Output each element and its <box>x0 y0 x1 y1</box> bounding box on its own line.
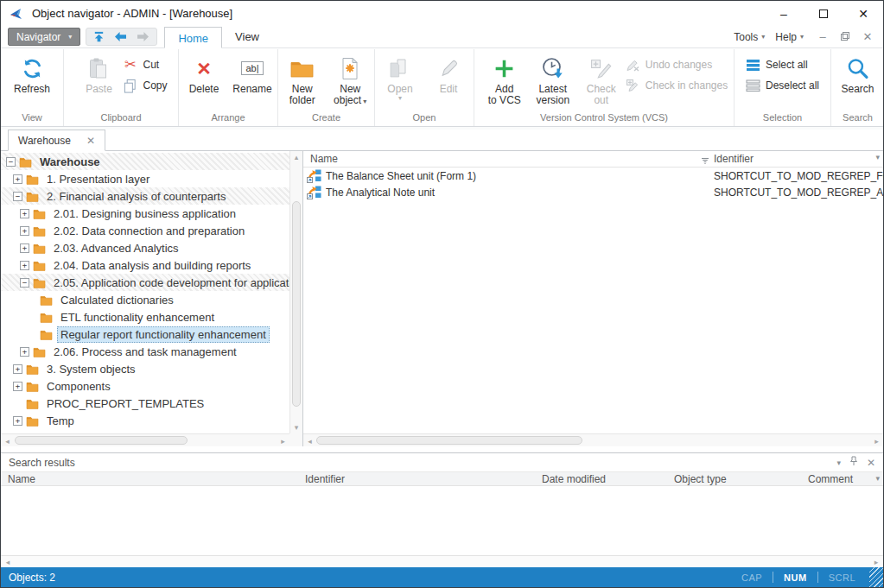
window-maximize-button[interactable] <box>804 1 843 26</box>
collapse-icon[interactable]: − <box>13 192 22 201</box>
search-column-name[interactable]: Name <box>8 473 35 485</box>
tree-item-label[interactable]: Temp <box>43 413 78 429</box>
tree-item-2-03-advanced-analytics[interactable]: +2.03. Advanced Analytics <box>1 239 289 256</box>
search-column-object-type[interactable]: Object type <box>674 473 727 485</box>
tree-item-etl-functionality-enhancement[interactable]: ETL functionality enhancement <box>1 308 289 326</box>
deselect-all-button[interactable]: Deselect all <box>746 79 819 92</box>
scroll-down-icon[interactable]: ▾ <box>290 423 302 432</box>
tree-item-temp[interactable]: +Temp <box>1 412 289 429</box>
expand-icon[interactable]: + <box>20 226 29 236</box>
tree-horizontal-scrollbar[interactable]: ◂ ▸ <box>1 433 289 446</box>
tree-item-label[interactable]: 2. Financial analysis of counterparts <box>43 188 229 205</box>
tree-item-2-02-data-connection-and-preparation[interactable]: +2.02. Data connection and preparation <box>1 222 289 239</box>
list-horizontal-scrollbar[interactable]: ◂ ▸ <box>303 433 883 446</box>
tree-item-label[interactable]: 3. System objects <box>43 361 139 377</box>
tree-item-label[interactable]: 2.05. Application code development for a… <box>50 275 289 291</box>
window-close-button[interactable]: ✕ <box>843 1 883 26</box>
collapse-icon[interactable]: − <box>6 157 16 167</box>
expand-icon[interactable]: + <box>13 382 22 391</box>
tree-item-regular-report-functionality-enhancement[interactable]: Regular report functionality enhancement <box>1 326 289 343</box>
select-all-button[interactable]: Select all <box>746 58 808 72</box>
ribbon-tab-home[interactable]: Home <box>164 27 222 48</box>
expand-icon[interactable]: + <box>20 243 29 253</box>
scroll-left-icon[interactable]: ◂ <box>2 556 14 567</box>
tab-warehouse[interactable]: Warehouse ✕ <box>8 130 105 151</box>
column-header-name[interactable]: Name <box>310 153 338 165</box>
scrollbar-thumb[interactable] <box>15 436 188 445</box>
expand-icon[interactable]: + <box>20 347 29 357</box>
list-row[interactable]: The Analytical Note unitSHORTCUT_TO_MOD_… <box>303 184 883 200</box>
tree-item-label[interactable]: 1. Presentation layer <box>43 171 153 187</box>
expand-icon[interactable]: + <box>13 174 22 184</box>
scroll-up-icon[interactable]: ▴ <box>290 153 302 161</box>
tree-item-proc-report-templates[interactable]: PROC_REPORT_TEMPLATES <box>1 395 289 412</box>
close-icon[interactable]: ✕ <box>86 135 95 147</box>
scrollbar-thumb[interactable] <box>316 436 582 445</box>
tree-item-label[interactable]: 2.06. Process and task management <box>50 344 240 360</box>
tree-item-2-01-designing-business-application[interactable]: +2.01. Designing business application <box>1 205 289 222</box>
search-column-identifier[interactable]: Identifier <box>305 473 345 485</box>
sort-filter-icon[interactable] <box>701 155 709 168</box>
scroll-right-icon[interactable]: ▸ <box>870 556 882 567</box>
tree-item-label[interactable]: Regular report functionality enhancement <box>57 326 270 343</box>
ribbon-tab-view[interactable]: View <box>222 26 272 47</box>
tree-item-label[interactable]: Components <box>43 378 114 395</box>
ribbon-minimize-button[interactable]: – <box>814 30 831 43</box>
cut-button[interactable]: ✂Cut <box>123 58 159 72</box>
tree-item-label[interactable]: ETL functionality enhancement <box>57 309 218 326</box>
search-column-comment[interactable]: Comment <box>808 473 853 485</box>
pin-icon[interactable] <box>849 456 858 469</box>
list-row[interactable]: The Balance Sheet unit (Form 1)SHORTCUT_… <box>303 168 883 184</box>
copy-button[interactable]: Copy <box>123 79 167 92</box>
scrollbar-thumb[interactable] <box>292 201 301 407</box>
latest-version-button[interactable]: Latestversion <box>529 51 577 106</box>
close-icon[interactable]: ✕ <box>867 457 875 469</box>
collapse-icon[interactable]: − <box>20 278 29 288</box>
new-object-button[interactable]: Newobject ▾ <box>327 51 375 107</box>
tools-menu[interactable]: Tools <box>734 31 758 43</box>
tree-item-1-presentation-layer[interactable]: +1. Presentation layer <box>1 170 289 187</box>
tree-item-3-system-objects[interactable]: +3. System objects <box>1 360 289 377</box>
go-to-top-button[interactable] <box>92 30 105 43</box>
chevron-down-icon[interactable]: ▾ <box>361 98 366 105</box>
refresh-button[interactable]: Refresh <box>8 51 56 95</box>
delete-button[interactable]: ✕Delete <box>180 51 228 95</box>
search-column-date-modified[interactable]: Date modified <box>542 473 606 485</box>
back-button[interactable] <box>113 31 128 42</box>
scroll-right-icon[interactable]: ▸ <box>277 435 289 446</box>
expand-icon[interactable]: + <box>13 416 22 426</box>
expand-icon[interactable]: + <box>20 261 29 270</box>
chevron-down-icon[interactable]: ▾ <box>761 33 765 41</box>
tree-item-2-05-application-code-development-for-ap[interactable]: −2.05. Application code development for … <box>1 274 289 291</box>
tree-item-label[interactable]: 2.01. Designing business application <box>50 205 239 222</box>
ribbon-close-button[interactable]: ✕ <box>859 30 876 43</box>
tree-item-components[interactable]: +Components <box>1 377 289 395</box>
add-to-vcs-button[interactable]: Addto VCS <box>480 51 529 106</box>
resize-grip[interactable] <box>869 567 883 587</box>
tree-item-2-04-data-analysis-and-building-reports[interactable]: +2.04. Data analysis and building report… <box>1 256 289 274</box>
rename-button[interactable]: ab|Rename <box>228 51 277 95</box>
column-chooser-icon[interactable]: ▾ <box>875 153 880 161</box>
tree-item-label[interactable]: PROC_REPORT_TEMPLATES <box>43 395 207 412</box>
tree-item-label[interactable]: 2.04. Data analysis and building reports <box>50 257 254 274</box>
column-chooser-icon[interactable]: ▾ <box>875 474 880 483</box>
navigator-menu-button[interactable]: Navigator ▾ <box>8 28 80 46</box>
tree-item-label[interactable]: Calculated dictionaries <box>57 292 177 308</box>
new-folder-button[interactable]: Newfolder <box>278 51 327 106</box>
search-horizontal-scrollbar[interactable]: ◂ ▸ <box>1 555 883 567</box>
column-header-identifier[interactable]: Identifier <box>714 153 754 165</box>
tree-item-label[interactable]: Warehouse <box>36 154 104 170</box>
tree-item-label[interactable]: 2.02. Data connection and preparation <box>50 223 248 239</box>
window-minimize-button[interactable]: – <box>764 1 804 26</box>
tree-item-calculated-dictionaries[interactable]: Calculated dictionaries <box>1 291 289 308</box>
scroll-left-icon[interactable]: ◂ <box>304 435 315 446</box>
help-menu[interactable]: Help <box>775 31 797 43</box>
scroll-left-icon[interactable]: ◂ <box>2 435 13 446</box>
search-button[interactable]: Search <box>834 51 882 95</box>
expand-icon[interactable]: + <box>20 209 29 218</box>
scroll-right-icon[interactable]: ▸ <box>871 435 882 446</box>
tree-item-warehouse[interactable]: −Warehouse <box>1 153 289 170</box>
tree-item-label[interactable]: 2.03. Advanced Analytics <box>50 240 182 256</box>
ribbon-restore-button[interactable] <box>836 30 854 43</box>
expand-icon[interactable]: + <box>13 364 22 374</box>
